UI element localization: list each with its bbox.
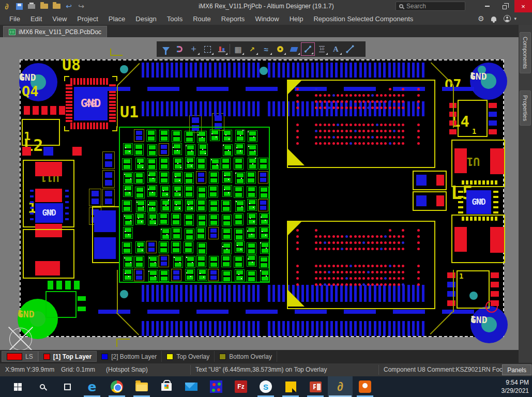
taskbar-mail-button[interactable] [179, 376, 204, 397]
close-button[interactable]: × [514, 0, 532, 12]
menu-view[interactable]: View [47, 12, 72, 25]
select-area-tool-icon[interactable] [201, 42, 215, 56]
menu-help[interactable]: Help [284, 12, 309, 25]
redo-icon[interactable]: ↪ [75, 1, 87, 12]
layer-tab--1-top-layer[interactable]: [1] Top Layer [38, 351, 97, 362]
field-pad [187, 164, 193, 168]
taskbar-filezilla-button[interactable]: Fz [229, 376, 253, 397]
menu-design[interactable]: Design [130, 12, 161, 25]
snap-magnet-tool-icon[interactable] [173, 42, 187, 56]
menu-reposition-selected-components[interactable]: Reposition Selected Components [308, 12, 418, 25]
field-pad [125, 221, 132, 225]
menu-window[interactable]: Window [250, 12, 284, 25]
place-line-alt-tool-icon[interactable] [343, 42, 357, 56]
menu-tools[interactable]: Tools [162, 12, 188, 25]
panels-button[interactable]: Panels [502, 364, 531, 375]
menu-project[interactable]: Project [72, 12, 103, 25]
soic8-pad-left [447, 272, 455, 278]
menu-file[interactable]: File [4, 12, 25, 25]
undo-icon[interactable]: ↩ [63, 1, 74, 12]
taskbar-edge-button[interactable]: e [80, 376, 104, 397]
layer-tab--2-bottom-layer[interactable]: [2] Bottom Layer [97, 351, 162, 362]
field-pad [174, 201, 181, 205]
document-tab-pcbdoc[interactable]: iMX6 Rex_V1I1_PCB.PcbDoc [3, 26, 107, 37]
place-dimension-tool-icon[interactable]: 10 [315, 42, 329, 56]
panel-tab-components[interactable]: Components [520, 32, 531, 73]
place-via-tool-icon[interactable] [273, 42, 287, 56]
open-folder-icon[interactable] [38, 1, 50, 12]
taskbar-chrome-button[interactable] [104, 376, 129, 397]
field-pad [173, 131, 180, 135]
place-line-tool-icon[interactable] [301, 42, 315, 56]
panel-tab-properties[interactable]: Properties [520, 90, 531, 126]
connector-pin [311, 321, 314, 336]
field-pad [223, 201, 230, 205]
save-icon[interactable] [13, 1, 25, 12]
layer-tab-top-overlay[interactable]: Top Overlay [162, 351, 215, 362]
connector-mid-pad [442, 87, 474, 91]
search-icon [40, 384, 45, 389]
connector-pin [407, 63, 410, 78]
ddr-ball [389, 94, 391, 97]
taskbar-store-button[interactable] [154, 376, 179, 397]
notifications-bell-icon[interactable] [491, 17, 496, 21]
menu-route[interactable]: Route [188, 12, 216, 25]
avatar-dropdown-icon[interactable]: ▾ [514, 16, 516, 21]
solder-dot [190, 276, 191, 277]
place-polygon-tool-icon[interactable] [287, 42, 301, 56]
ddr-ball [417, 94, 420, 97]
ddr-ball [417, 100, 420, 103]
connector-pin [146, 285, 149, 302]
taskbar-start-button[interactable] [5, 376, 30, 397]
restore-button[interactable] [496, 0, 513, 12]
tune-length-tool-icon[interactable]: ≈ [259, 42, 273, 56]
taskbar-explorer-button[interactable] [129, 376, 154, 397]
taskbar-clock[interactable]: 9:54 PM 3/29/2021 [501, 378, 529, 395]
pcb-board[interactable]: 1GND1GND1GND1GNDU8Q41L2U1Q7L41U13U11L511… [20, 59, 504, 337]
connector-pin [301, 321, 304, 336]
menu-place[interactable]: Place [103, 12, 131, 25]
solder-dot [125, 147, 126, 148]
ddr-ball [315, 106, 317, 109]
ddr-ball [354, 100, 357, 103]
taskbar-search-button[interactable] [30, 376, 55, 397]
field-pad [236, 276, 243, 280]
jump-to-location-tool-icon[interactable]: + [187, 42, 201, 56]
taskbar-snagit-button[interactable] [353, 376, 377, 397]
menu-edit[interactable]: Edit [25, 12, 47, 25]
settings-gear-icon[interactable]: ⚙ [478, 14, 484, 23]
print-icon[interactable] [26, 1, 37, 12]
ddr-ball [324, 241, 326, 244]
taskbar-skype-button[interactable]: S [253, 376, 278, 397]
field-pad [260, 164, 267, 169]
field-pad [138, 201, 144, 205]
taskbar-powerpoint-button[interactable]: P [303, 376, 328, 397]
place-component-tool-icon[interactable]: ▦ [231, 42, 245, 56]
interactive-routing-tool-icon[interactable]: ↗ [245, 42, 259, 56]
filter-tool-icon[interactable] [159, 42, 173, 56]
layer-tab-bottom-overlay[interactable]: Bottom Overlay [215, 351, 277, 362]
ddr-ball [354, 136, 357, 139]
board-insight-tool-icon[interactable] [215, 42, 229, 56]
place-string-tool-icon[interactable]: A [329, 42, 343, 56]
taskbar-task-view-button[interactable] [55, 376, 80, 397]
pcb-design-area[interactable]: 1GND1GND1GND1GNDU8Q41L2U1Q7L41U13U11L511… [0, 37, 519, 350]
ddr-ball [398, 265, 400, 267]
taskbar-sticky-notes-button[interactable] [278, 376, 303, 397]
layer-tab-ls[interactable]: LS [2, 351, 38, 362]
taskbar-altium-button[interactable]: ∂ [328, 376, 353, 397]
connector-pin [407, 321, 410, 336]
global-search-box[interactable]: Search [396, 2, 465, 11]
field-pad [149, 151, 156, 155]
field-pad [186, 138, 193, 142]
minimize-button[interactable] [478, 0, 496, 12]
solder-dot [188, 162, 189, 163]
taskbar-graph-tool-button[interactable] [204, 376, 229, 397]
menu-reports[interactable]: Reports [216, 12, 250, 25]
open-document-icon[interactable] [51, 1, 62, 12]
connector-pin [354, 63, 357, 78]
l1-side-pad [65, 201, 69, 203]
ddr-ball [417, 88, 420, 90]
user-avatar-icon[interactable] [504, 15, 511, 22]
ddr-ball [402, 130, 404, 132]
